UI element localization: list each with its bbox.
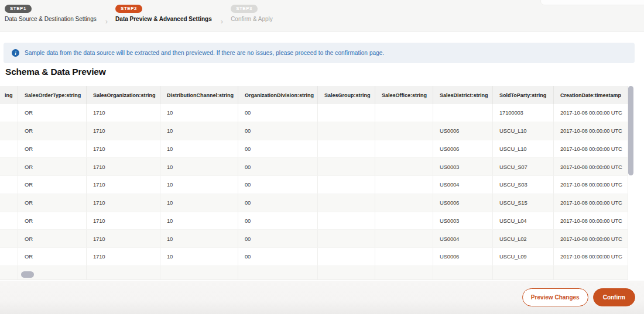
table-cell: 10 <box>160 248 238 266</box>
table-cell: 00 <box>238 104 318 122</box>
table-cell <box>318 104 375 122</box>
table-cell: OR <box>18 104 87 122</box>
table-cell <box>433 266 493 280</box>
table-cell <box>375 176 433 194</box>
column-header-ing: ing <box>0 86 18 104</box>
table-cell: OR <box>18 194 87 212</box>
column-header-salesoffice-string: SalesOffice:string <box>375 86 433 104</box>
table-cell <box>0 122 18 140</box>
table-cell: OR <box>18 212 87 230</box>
table-cell: OR <box>18 140 87 158</box>
table-cell <box>0 158 18 176</box>
table-cell: 00 <box>238 176 318 194</box>
table-cell: 00 <box>238 212 318 230</box>
table-cell <box>0 266 18 280</box>
table-cell: 2017-10-08 00:00:00 UTC <box>554 230 628 248</box>
table-cell: 00 <box>238 194 318 212</box>
table-cell: USCU_L09 <box>493 248 554 266</box>
column-header-salesorganization-string: SalesOrganization:string <box>87 86 160 104</box>
table-cell: 10 <box>160 122 238 140</box>
table-cell: OR <box>18 248 87 266</box>
table-cell <box>0 176 18 194</box>
table-cell: 10 <box>160 104 238 122</box>
table-cell <box>238 266 318 280</box>
table-cell <box>433 104 493 122</box>
info-banner: i Sample data from the data source will … <box>4 43 635 63</box>
table-cell <box>318 230 375 248</box>
step-3-label: Confirm & Apply <box>231 16 273 22</box>
preview-changes-button[interactable]: Preview Changes <box>522 288 588 306</box>
table-cell: 10 <box>160 212 238 230</box>
footer-bar: Preview Changes Confirm <box>0 281 644 314</box>
table-cell <box>375 140 433 158</box>
table-cell: 10 <box>160 230 238 248</box>
horizontal-scrollbar-thumb[interactable] <box>21 271 34 278</box>
table-cell: OR <box>18 230 87 248</box>
table-cell: US0006 <box>433 122 493 140</box>
table-cell <box>554 266 628 280</box>
table-cell: 1710 <box>87 158 160 176</box>
table-row: OR17101000US0004USCU_L022017-10-08 00:00… <box>0 230 628 248</box>
table-cell: USCU_L02 <box>493 230 554 248</box>
table-row: OR17101000US0006USCU_L102017-10-08 00:00… <box>0 122 628 140</box>
step-2-badge: STEP2 <box>115 5 142 13</box>
table-cell <box>318 158 375 176</box>
column-header-creationdate-timestamp: CreationDate:timestamp <box>554 86 628 104</box>
table-cell: USCU_L10 <box>493 122 554 140</box>
table-row: OR17101000US0006USCU_L102017-10-08 00:00… <box>0 140 628 158</box>
confirm-button[interactable]: Confirm <box>593 288 635 306</box>
table-cell: 2017-10-08 00:00:00 UTC <box>554 212 628 230</box>
table-cell <box>318 194 375 212</box>
table-row: OR17101000US0006USCU_L092017-10-08 00:00… <box>0 248 628 266</box>
table-cell: 1710 <box>87 140 160 158</box>
table-row: OR17101000171000032017-10-06 00:00:00 UT… <box>0 104 628 122</box>
wizard-steps-bar: STEP1 Data Source & Destination Settings… <box>0 0 644 32</box>
table-cell <box>0 104 18 122</box>
table-cell: 1710 <box>87 194 160 212</box>
table-cell <box>318 176 375 194</box>
table-cell <box>318 248 375 266</box>
table-cell: OR <box>18 158 87 176</box>
table-cell: OR <box>18 122 87 140</box>
column-header-salesordertype-string: SalesOrderType:string <box>18 86 87 104</box>
table-cell <box>87 266 160 280</box>
table-cell: US0006 <box>433 194 493 212</box>
step-2-label: Data Preview & Advanced Settings <box>115 16 212 22</box>
table-cell: US0006 <box>433 248 493 266</box>
table-cell: 2017-10-08 00:00:00 UTC <box>554 248 628 266</box>
table-cell <box>375 158 433 176</box>
table-cell: US0003 <box>433 212 493 230</box>
info-banner-text: Sample data from the data source will be… <box>25 50 384 56</box>
table-cell: 1710 <box>87 212 160 230</box>
table-cell <box>318 266 375 280</box>
column-header-salesdistrict-string: SalesDistrict:string <box>433 86 493 104</box>
table-cell: USCU_S03 <box>493 176 554 194</box>
table-cell: 00 <box>238 248 318 266</box>
info-icon: i <box>12 49 19 57</box>
step-2-data-preview[interactable]: STEP2 Data Preview & Advanced Settings <box>115 5 212 22</box>
step-3-confirm-apply[interactable]: STEP3 Confirm & Apply <box>231 5 273 22</box>
table-cell: 00 <box>238 158 318 176</box>
table-cell <box>493 266 554 280</box>
table-cell: 10 <box>160 140 238 158</box>
vertical-scrollbar-thumb[interactable] <box>628 86 633 175</box>
table-cell: USCU_S15 <box>493 194 554 212</box>
table-cell: 2017-10-08 00:00:00 UTC <box>554 158 628 176</box>
table-cell: 2017-10-06 00:00:00 UTC <box>554 104 628 122</box>
data-preview-table: ingSalesOrderType:stringSalesOrganizatio… <box>0 86 628 280</box>
chevron-right-icon: › <box>105 18 108 25</box>
table-cell: 2017-10-08 00:00:00 UTC <box>554 140 628 158</box>
table-cell <box>318 212 375 230</box>
table-cell <box>318 140 375 158</box>
table-row: OR17101000US0003USCU_L042017-10-08 00:00… <box>0 212 628 230</box>
table-cell: USCU_L10 <box>493 140 554 158</box>
table-cell <box>375 212 433 230</box>
table-cell <box>375 104 433 122</box>
table-cell: 1710 <box>87 104 160 122</box>
column-header-distributionchannel-string: DistributionChannel:string <box>160 86 238 104</box>
table-body: OR17101000171000032017-10-06 00:00:00 UT… <box>0 104 628 280</box>
step-1-data-source[interactable]: STEP1 Data Source & Destination Settings <box>5 5 97 22</box>
table-cell <box>375 194 433 212</box>
step-3-badge: STEP3 <box>231 5 258 13</box>
table-cell <box>375 266 433 280</box>
